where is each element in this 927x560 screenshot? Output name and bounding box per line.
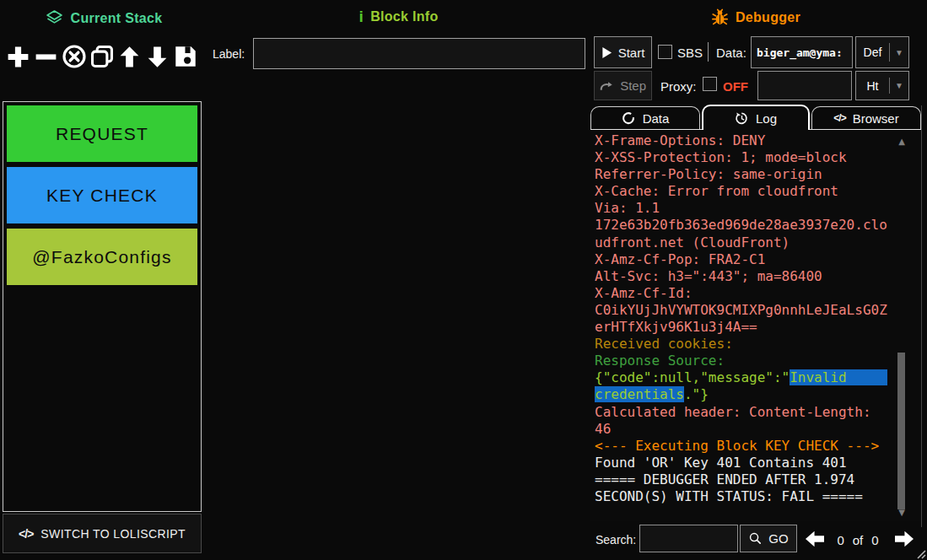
log-line: X-Amz-Cf-Id: bbox=[595, 285, 921, 302]
openbullet-stacker-window: Current Stack bbox=[0, 0, 927, 560]
log-line: X-Frame-Options: DENY bbox=[595, 132, 921, 149]
clear-stack-button[interactable] bbox=[60, 38, 88, 75]
proxy-status: OFF bbox=[723, 74, 748, 98]
log-content: X-Frame-Options: DENYX-XSS-Protection: 1… bbox=[595, 132, 921, 505]
stack-block[interactable]: KEY CHECK bbox=[6, 166, 198, 224]
switch-to-loliscript-label: SWITCH TO LOLISCRIPT bbox=[40, 527, 186, 541]
tab-browser-label: Browser bbox=[853, 111, 899, 126]
resize-grip-icon bbox=[914, 547, 926, 559]
stack-block[interactable]: @FazkoConfigs bbox=[6, 228, 198, 286]
scroll-down-icon[interactable]: ▼ bbox=[896, 506, 908, 520]
block-info-title: Block Info bbox=[370, 9, 438, 24]
block-info-header: i Block Info bbox=[207, 8, 590, 24]
wordlist-type-value: Def bbox=[856, 46, 889, 59]
log-line: udfront.net (CloudFront) bbox=[595, 234, 921, 251]
search-of-label: of bbox=[853, 533, 864, 547]
step-label: Step bbox=[620, 78, 646, 93]
current-stack-header: Current Stack bbox=[0, 8, 207, 28]
search-current: 0 bbox=[837, 533, 843, 547]
search-total: 0 bbox=[871, 533, 878, 547]
log-line: ===== DEBUGGER ENDED AFTER 1.974 bbox=[595, 471, 921, 488]
save-stack-button[interactable] bbox=[171, 38, 199, 75]
sbs-checkbox[interactable] bbox=[658, 45, 672, 59]
chevron-down-icon: ▼ bbox=[890, 48, 908, 57]
stack-panel: REQUESTKEY CHECK@FazkoConfigs bbox=[3, 101, 202, 512]
panel-divider bbox=[921, 105, 922, 527]
log-line: {"code":null,"message":"Invalid bbox=[595, 369, 921, 386]
log-line: Alt-Svc: h3=":443"; ma=86400 bbox=[595, 268, 921, 285]
log-line: SECOND(S) WITH STATUS: FAIL ===== bbox=[595, 488, 921, 505]
step-arrow-icon bbox=[600, 80, 614, 92]
label-input[interactable] bbox=[253, 38, 585, 69]
info-icon: i bbox=[359, 8, 364, 24]
data-input[interactable]: biger_am@yma: bbox=[751, 36, 853, 68]
wordlist-type-dropdown[interactable]: Def ▼ bbox=[855, 36, 909, 68]
tab-data[interactable]: Data bbox=[590, 106, 700, 129]
clone-block-button[interactable] bbox=[88, 38, 116, 75]
arrow-right-icon bbox=[892, 530, 916, 548]
tab-log-label: Log bbox=[756, 111, 777, 126]
data-label: Data: bbox=[716, 40, 746, 64]
log-scrollbar: ▲ ▼ bbox=[896, 132, 908, 521]
start-button[interactable]: Start bbox=[594, 36, 652, 68]
log-line: X-Amz-Cf-Pop: FRA2-C1 bbox=[595, 251, 921, 268]
proxy-label: Proxy: bbox=[660, 74, 697, 98]
proxy-type-dropdown[interactable]: Ht ▼ bbox=[855, 71, 909, 100]
search-input[interactable] bbox=[639, 525, 738, 552]
log-line: X-XSS-Protection: 1; mode=block bbox=[595, 149, 921, 166]
current-stack-title: Current Stack bbox=[71, 11, 163, 26]
clone-icon bbox=[89, 43, 116, 70]
remove-block-button[interactable] bbox=[32, 38, 60, 75]
start-label: Start bbox=[618, 46, 645, 60]
play-icon bbox=[601, 46, 612, 59]
move-up-button[interactable] bbox=[116, 38, 143, 75]
switch-to-loliscript-button[interactable]: </> SWITCH TO LOLISCRIPT bbox=[3, 514, 202, 553]
log-line: 46 bbox=[595, 421, 921, 438]
log-line: Via: 1.1 bbox=[595, 200, 921, 217]
resize-grip[interactable] bbox=[914, 547, 926, 559]
move-down-icon bbox=[145, 45, 170, 69]
log-line: X-Cache: Error from cloudfront bbox=[595, 183, 921, 200]
go-label: GO bbox=[768, 531, 788, 546]
tab-log[interactable]: Log bbox=[702, 105, 810, 130]
proxy-input[interactable] bbox=[757, 71, 852, 100]
step-button[interactable]: Step bbox=[594, 71, 652, 100]
log-line: erHTfXkjv96K1u3j4A== bbox=[595, 319, 921, 336]
debugger-title: Debugger bbox=[736, 10, 800, 25]
search-icon bbox=[748, 531, 763, 546]
scrollbar-thumb[interactable] bbox=[897, 353, 905, 509]
debugger-tabs: Data Log </> Browser bbox=[590, 105, 921, 130]
clear-icon bbox=[61, 43, 88, 70]
history-icon bbox=[735, 111, 749, 126]
debugger-header: Debugger bbox=[590, 8, 921, 26]
remove-icon bbox=[33, 44, 59, 70]
chevron-down-icon: ▼ bbox=[890, 81, 908, 90]
code-icon: </> bbox=[19, 527, 33, 541]
debugger-log[interactable]: X-Frame-Options: DENYX-XSS-Protection: 1… bbox=[590, 130, 921, 521]
search-label: Search: bbox=[596, 523, 636, 557]
tab-browser[interactable]: </> Browser bbox=[811, 106, 921, 129]
controls-separator bbox=[708, 42, 709, 62]
scroll-up-icon[interactable]: ▲ bbox=[896, 135, 908, 148]
log-line: 172e63b20fb363ed969de28ae3937e20.clo bbox=[595, 217, 921, 234]
arrow-left-icon bbox=[803, 530, 827, 548]
log-line: Received cookies: bbox=[595, 336, 921, 353]
log-line: Found 'OR' Key 401 Contains 401 bbox=[595, 455, 921, 471]
add-icon bbox=[5, 44, 31, 70]
add-block-button[interactable] bbox=[4, 38, 32, 75]
stack-block[interactable]: REQUEST bbox=[6, 105, 198, 163]
log-line: <--- Executing Block KEY CHECK ---> bbox=[595, 438, 921, 455]
code-icon: </> bbox=[833, 112, 845, 124]
stack-toolbar bbox=[4, 37, 203, 76]
move-up-icon bbox=[117, 45, 142, 69]
proxy-checkbox[interactable] bbox=[703, 77, 717, 91]
data-circle-icon bbox=[622, 111, 636, 126]
move-down-button[interactable] bbox=[143, 38, 171, 75]
search-counter: 0 of 0 bbox=[830, 523, 886, 557]
search-go-button[interactable]: GO bbox=[740, 525, 797, 552]
layers-icon bbox=[45, 8, 64, 28]
bug-icon bbox=[711, 8, 729, 26]
previous-match-button[interactable] bbox=[801, 528, 828, 550]
debugger-panel: Debugger Start SBS Data: biger_am@yma: D… bbox=[590, 0, 927, 560]
proxy-type-value: Ht bbox=[856, 79, 889, 93]
